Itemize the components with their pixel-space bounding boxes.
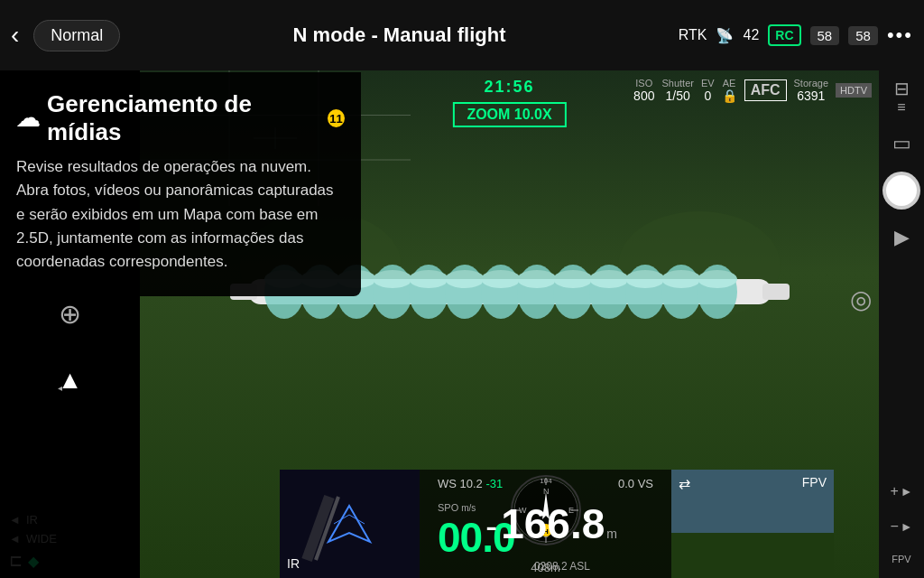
- telemetry-center: WS 10.2 -31 0.0 VS N E S: [420, 470, 671, 578]
- screen-icon: ▭: [892, 132, 911, 155]
- signal-icon: 📡: [716, 27, 734, 44]
- ws-value: WS 10.2: [438, 477, 483, 490]
- fpv-mini-view[interactable]: ⇄ FPV: [671, 470, 834, 578]
- ae-label: AE: [723, 78, 736, 89]
- flight-mode-title: N mode - Manual flight: [120, 23, 678, 47]
- rc-badge: RC: [768, 24, 800, 46]
- settings-icon: ⊟: [894, 78, 910, 99]
- more-button[interactable]: •••: [887, 23, 913, 47]
- back-button[interactable]: ‹: [11, 21, 19, 50]
- timer-display: 21:56: [484, 78, 534, 97]
- top-right-controls: RTK 📡 42 RC 58 58 •••: [679, 23, 913, 47]
- zoom-plus-row: + ►: [890, 483, 912, 499]
- altitude-dash: -: [485, 506, 497, 546]
- storage-label: Storage: [794, 78, 829, 89]
- svg-point-28: [589, 270, 629, 288]
- bottom-hud: IR WS 10.2 -31 0.0 VS: [280, 470, 834, 578]
- svg-text:104: 104: [540, 477, 552, 485]
- svg-point-34: [698, 270, 737, 288]
- iso-label: ISO: [635, 78, 652, 89]
- crosshair-icon: ⊕: [59, 298, 81, 330]
- svg-point-26: [553, 270, 593, 288]
- svg-rect-63: [671, 533, 834, 578]
- play-button[interactable]: ▶: [894, 226, 910, 249]
- svg-point-30: [625, 270, 665, 288]
- fpv-bottom-label[interactable]: FPV: [892, 554, 910, 564]
- settings-button[interactable]: ⊟ ≡: [894, 78, 910, 116]
- battery2-badge: 58: [848, 26, 878, 45]
- zoom-plus-button[interactable]: +: [890, 483, 898, 499]
- fpv-transfer-icon: ⇄: [679, 475, 690, 492]
- ir-mini-view[interactable]: IR: [280, 470, 420, 578]
- north-sub-icon: ◂: [58, 383, 62, 393]
- storage-value: 6391: [797, 89, 825, 103]
- crosshair-button[interactable]: ⊕: [59, 298, 81, 330]
- ir-mini-label: IR: [287, 556, 300, 571]
- hdv-badge: HDTV: [836, 83, 872, 98]
- rtk-badge: RTK: [679, 27, 707, 43]
- fpv-mini-label: FPV: [802, 475, 827, 489]
- north-arrow-button[interactable]: ▲ ◂: [58, 366, 83, 395]
- ir-mini-svg: [280, 470, 420, 578]
- altitude-unit: m: [606, 527, 617, 541]
- ws-wind: -31: [485, 477, 503, 490]
- signal-number: 42: [743, 27, 759, 43]
- zoom-minus-row: − ►: [890, 518, 912, 535]
- svg-point-16: [373, 270, 412, 288]
- bottom-right-controls: + ► − ► FPV: [879, 470, 924, 578]
- storage-setting: Storage 6391: [794, 78, 829, 103]
- ev-label: EV: [701, 78, 715, 89]
- notification-counter: 11: [328, 109, 345, 127]
- top-bar: ‹ Normal N mode - Manual flight RTK 📡 42…: [0, 0, 924, 70]
- altitude-value: 166.8: [501, 499, 605, 548]
- shutter-value: 1/50: [666, 89, 690, 103]
- settings-lines-icon: ≡: [897, 99, 905, 116]
- svg-point-24: [517, 270, 557, 288]
- battery1-badge: 58: [810, 26, 840, 45]
- svg-point-32: [661, 270, 701, 288]
- vs-info: 0.0 VS: [618, 477, 653, 490]
- zoom-minus-arrow: ►: [901, 519, 913, 534]
- afc-badge: AFC: [744, 79, 787, 101]
- svg-rect-37: [280, 470, 420, 578]
- zoom-minus-button[interactable]: −: [890, 518, 898, 535]
- iso-value: 800: [633, 89, 654, 103]
- play-icon: ▶: [894, 226, 910, 249]
- spo-unit: m/s: [461, 503, 476, 513]
- cloud-icon: ☁: [16, 105, 40, 133]
- shutter-setting: Shutter 1/50: [661, 78, 693, 103]
- altitude-display: - 166.8 m: [485, 499, 617, 548]
- svg-point-20: [445, 270, 485, 288]
- shutter-inner: [886, 175, 917, 206]
- tooltip-body: Revise resultados de operações na nuvem.…: [16, 155, 345, 275]
- distance-text: 408m: [531, 561, 560, 574]
- tooltip-title-text: Gerenciamento de mídias: [47, 90, 320, 146]
- svg-point-18: [409, 270, 448, 288]
- left-icons-panel: ⊕ ▲ ◂: [0, 298, 140, 395]
- ev-value: 0: [704, 89, 711, 103]
- iso-setting: ISO 800: [633, 78, 654, 103]
- ev-setting: EV 0: [701, 78, 715, 103]
- svg-point-22: [481, 270, 521, 288]
- zoom-plus-arrow: ►: [901, 484, 913, 499]
- screen-button[interactable]: ▭: [892, 132, 911, 155]
- mode-dropdown[interactable]: Normal: [33, 20, 120, 51]
- camera-settings-panel: ISO 800 Shutter 1/50 EV 0 AE 🔒 AFC Stora…: [633, 78, 872, 103]
- spo-label: SPO: [438, 502, 458, 513]
- target-eye-button[interactable]: ◎: [850, 284, 872, 313]
- shutter-button[interactable]: [882, 172, 920, 210]
- ae-setting: AE 🔒: [722, 78, 737, 103]
- ws-info: WS 10.2 -31: [438, 477, 503, 490]
- tooltip-title: ☁ Gerenciamento de mídias 11: [16, 90, 345, 146]
- shutter-label: Shutter: [661, 78, 693, 89]
- svg-rect-36: [762, 284, 790, 300]
- tooltip-popup: ☁ Gerenciamento de mídias 11 Revise resu…: [0, 72, 361, 296]
